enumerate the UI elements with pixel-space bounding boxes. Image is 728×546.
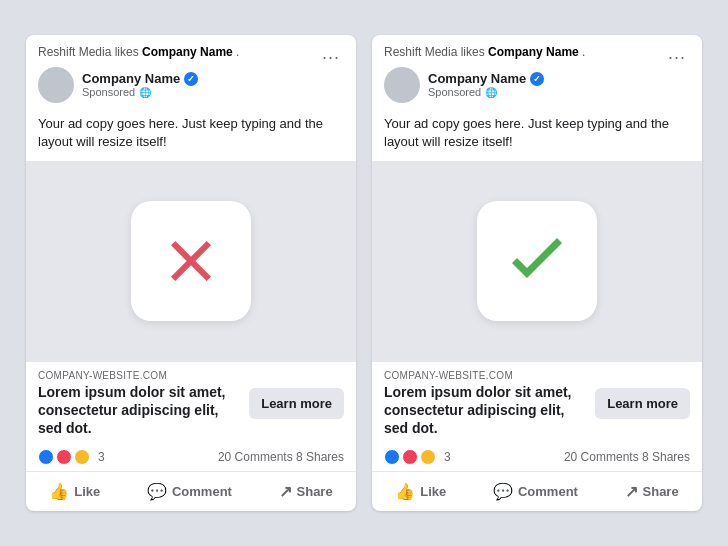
comments-shares: 20 Comments 8 Shares <box>218 450 344 464</box>
company-name-row-2: Company Name ✓ <box>428 71 544 86</box>
ad-copy-2: Your ad copy goes here. Just keep typing… <box>372 109 702 161</box>
globe-icon: 🌐 <box>139 87 151 98</box>
globe-icon-2: 🌐 <box>485 87 497 98</box>
check-icon <box>497 221 577 301</box>
likes-line-2: Reshift Media likes Company Name . <box>384 45 664 59</box>
x-icon <box>151 221 231 301</box>
icon-box-check <box>477 201 597 321</box>
like-button-2[interactable]: 👍 Like <box>385 476 456 507</box>
comment-button[interactable]: 💬 Comment <box>137 476 242 507</box>
reactions-row-2: 3 20 Comments 8 Shares <box>372 443 702 472</box>
reaction-dots <box>38 449 90 465</box>
share-label-2: Share <box>643 484 679 499</box>
like-icon: 👍 <box>49 482 69 501</box>
sponsored-row: Sponsored 🌐 <box>82 86 198 98</box>
url-headline-2: Lorem ipsum dolor sit amet, consectetur … <box>384 383 587 438</box>
comment-button-2[interactable]: 💬 Comment <box>483 476 588 507</box>
like-label-2: Like <box>420 484 446 499</box>
url-section-2: COMPANY-WEBSITE.COM Lorem ipsum dolor si… <box>372 362 702 444</box>
fb-card-check: Reshift Media likes Company Name . Compa… <box>372 35 702 512</box>
profile-row-2: Company Name ✓ Sponsored 🌐 <box>384 67 664 103</box>
comment-label-2: Comment <box>518 484 578 499</box>
fb-card-x: Reshift Media likes Company Name . Compa… <box>26 35 356 512</box>
action-bar-2: 👍 Like 💬 Comment ↗ Share <box>372 472 702 511</box>
icon-box-x <box>131 201 251 321</box>
comment-icon-2: 💬 <box>493 482 513 501</box>
reaction-dot-red-2 <box>402 449 418 465</box>
sponsored-label: Sponsored <box>82 86 135 98</box>
ad-image-x <box>26 161 356 361</box>
verified-icon: ✓ <box>184 72 198 86</box>
card-header: Reshift Media likes Company Name . Compa… <box>26 35 356 109</box>
url-section: COMPANY-WEBSITE.COM Lorem ipsum dolor si… <box>26 362 356 444</box>
reaction-dot-yellow-2 <box>420 449 436 465</box>
card-header-2: Reshift Media likes Company Name . Compa… <box>372 35 702 109</box>
url-headline: Lorem ipsum dolor sit amet, consectetur … <box>38 383 241 438</box>
likes-line: Reshift Media likes Company Name . <box>38 45 318 59</box>
more-options-icon-2[interactable]: ··· <box>664 45 690 70</box>
cards-container: Reshift Media likes Company Name . Compa… <box>6 15 722 532</box>
reaction-dot-blue <box>38 449 54 465</box>
action-bar: 👍 Like 💬 Comment ↗ Share <box>26 472 356 511</box>
profile-row: Company Name ✓ Sponsored 🌐 <box>38 67 318 103</box>
share-icon: ↗ <box>279 482 292 501</box>
reactions-count: 3 <box>98 450 105 464</box>
like-icon-2: 👍 <box>395 482 415 501</box>
more-options-icon[interactable]: ··· <box>318 45 344 70</box>
profile-info-2: Company Name ✓ Sponsored 🌐 <box>428 71 544 98</box>
reactions-count-2: 3 <box>444 450 451 464</box>
card-footer-check: COMPANY-WEBSITE.COM Lorem ipsum dolor si… <box>372 361 702 512</box>
url-label: COMPANY-WEBSITE.COM <box>38 370 241 381</box>
share-button-2[interactable]: ↗ Share <box>615 476 689 507</box>
like-label: Like <box>74 484 100 499</box>
reaction-dot-red <box>56 449 72 465</box>
company-name-2: Company Name <box>428 71 526 86</box>
card-footer-x: COMPANY-WEBSITE.COM Lorem ipsum dolor si… <box>26 361 356 512</box>
comment-label: Comment <box>172 484 232 499</box>
likes-company-bold: Company Name <box>142 45 233 59</box>
share-label: Share <box>297 484 333 499</box>
company-name-row: Company Name ✓ <box>82 71 198 86</box>
reaction-dot-yellow <box>74 449 90 465</box>
like-button[interactable]: 👍 Like <box>39 476 110 507</box>
verified-icon-2: ✓ <box>530 72 544 86</box>
sponsored-row-2: Sponsored 🌐 <box>428 86 544 98</box>
sponsored-label-2: Sponsored <box>428 86 481 98</box>
profile-info: Company Name ✓ Sponsored 🌐 <box>82 71 198 98</box>
ad-image-check <box>372 161 702 361</box>
url-label-2: COMPANY-WEBSITE.COM <box>384 370 587 381</box>
learn-more-button[interactable]: Learn more <box>249 388 344 419</box>
share-icon-2: ↗ <box>625 482 638 501</box>
share-button[interactable]: ↗ Share <box>269 476 343 507</box>
reaction-dot-blue-2 <box>384 449 400 465</box>
comments-shares-2: 20 Comments 8 Shares <box>564 450 690 464</box>
reactions-row: 3 20 Comments 8 Shares <box>26 443 356 472</box>
learn-more-button-2[interactable]: Learn more <box>595 388 690 419</box>
likes-company-bold-2: Company Name <box>488 45 579 59</box>
comment-icon: 💬 <box>147 482 167 501</box>
avatar-2 <box>384 67 420 103</box>
url-info: COMPANY-WEBSITE.COM Lorem ipsum dolor si… <box>38 370 241 438</box>
company-name: Company Name <box>82 71 180 86</box>
url-info-2: COMPANY-WEBSITE.COM Lorem ipsum dolor si… <box>384 370 587 438</box>
ad-copy: Your ad copy goes here. Just keep typing… <box>26 109 356 161</box>
reaction-dots-2 <box>384 449 436 465</box>
avatar <box>38 67 74 103</box>
